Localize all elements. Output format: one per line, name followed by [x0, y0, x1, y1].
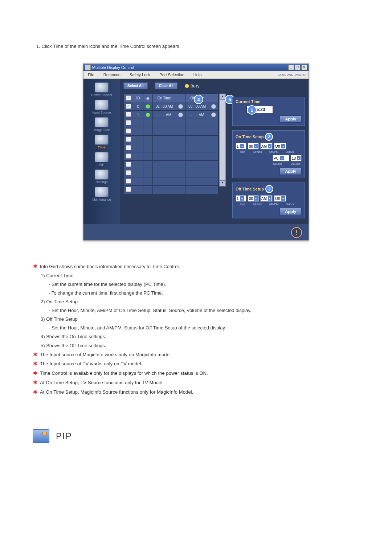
on-time-setup-panel: On Time Setup 2 1▾ 00▾ AM▾ Off▾ Hour Min… — [232, 130, 305, 178]
window-title: Multiple Display Control — [92, 65, 288, 70]
ontime-hour-select[interactable]: 1▾ — [236, 143, 246, 149]
note-line: - To change the current time, first chan… — [49, 289, 363, 297]
cell-ontime — [152, 169, 176, 177]
menu-remocon[interactable]: Remocon — [99, 71, 125, 78]
scroll-down-button[interactable]: ▼ — [220, 180, 225, 186]
select-all-button[interactable]: Select All — [123, 82, 148, 89]
note-line: - Set the current time for the selected … — [49, 280, 363, 288]
cell-offtime: -- : -- AM — [185, 111, 209, 119]
explanatory-notes: ✱Info Grid shows some basic information … — [33, 262, 363, 397]
sidebar-item-maintenance[interactable]: Maintenance — [87, 187, 116, 201]
star-icon: ✱ — [33, 388, 38, 397]
status-dot-icon — [146, 112, 150, 117]
cell-check — [124, 111, 133, 119]
pip-section-icon — [33, 429, 49, 443]
sidebar-item-power-control[interactable]: Power Control — [87, 82, 116, 97]
sidebar-item-label: PIP — [87, 163, 116, 167]
lbl-hour: Hour — [236, 150, 248, 153]
maximize-button[interactable]: □ — [295, 65, 301, 70]
cell-off-extra — [209, 144, 218, 152]
table-row[interactable] — [124, 186, 219, 194]
sidebar-item-time[interactable]: Time — [87, 135, 116, 149]
menu-file[interactable]: File — [83, 71, 99, 78]
row-checkbox[interactable] — [126, 145, 131, 150]
note-line: The Input source of TV works only on TV … — [40, 361, 142, 366]
cell-off-dot — [176, 144, 185, 152]
sidebar-item-settings[interactable]: Settings — [87, 169, 116, 184]
app-window: Multiple Display Control _ □ × File Remo… — [83, 63, 309, 241]
row-checkbox[interactable] — [126, 153, 131, 159]
note-line: At On Time Setup, TV Source functions on… — [40, 380, 164, 385]
sidebar-item-pip[interactable]: PIP — [87, 152, 116, 167]
cell-on-dot — [143, 102, 152, 111]
sidebar-item-image-size[interactable]: Image Size — [87, 117, 116, 132]
app-icon — [85, 65, 91, 70]
ontime-status-select[interactable]: Off▾ — [274, 143, 286, 149]
table-row[interactable] — [124, 127, 219, 136]
row-checkbox[interactable] — [126, 112, 131, 117]
row-checkbox[interactable] — [126, 120, 131, 125]
col-on-status-icon: ◉ — [143, 94, 152, 102]
row-checkbox[interactable] — [126, 104, 131, 109]
menu-port-selection[interactable]: Port Selection — [155, 71, 189, 78]
cell-check — [124, 119, 133, 127]
cell-off-dot — [176, 177, 185, 186]
table-row[interactable] — [124, 177, 219, 186]
header-checkbox[interactable] — [126, 95, 131, 100]
sidebar-item-input-source[interactable]: Input Source — [87, 100, 116, 114]
ontime-source-select[interactable]: PC▾ — [273, 155, 289, 161]
menu-safety-lock[interactable]: Safety Lock — [125, 71, 155, 78]
busy-indicator: Busy — [185, 84, 199, 88]
clear-all-button[interactable]: Clear All — [155, 82, 177, 89]
offtime-status-select[interactable]: Off▾ — [274, 195, 286, 202]
offtime-minute-select[interactable]: 00▾ — [248, 195, 259, 202]
row-checkbox[interactable] — [126, 162, 131, 167]
status-dot-icon — [211, 104, 216, 109]
row-checkbox[interactable] — [126, 187, 131, 192]
current-time-apply-button[interactable]: Apply — [279, 115, 302, 123]
offtime-apply-button[interactable]: Apply — [279, 208, 302, 215]
cell-off-dot — [176, 102, 185, 111]
ontime-ampm-select[interactable]: AM▾ — [260, 143, 273, 149]
row-checkbox[interactable] — [126, 137, 131, 142]
intro-text: 1. Click Time of the main icons and the … — [36, 44, 363, 49]
table-row[interactable] — [124, 144, 219, 152]
status-bar: ! — [83, 224, 309, 240]
cell-offtime — [185, 186, 209, 194]
table-row[interactable]: 1-- : -- AM-- : -- AM — [124, 111, 219, 119]
menu-help[interactable]: Help — [189, 71, 207, 78]
cell-off-extra — [209, 102, 218, 111]
cell-id — [133, 144, 143, 152]
table-row[interactable] — [124, 161, 219, 169]
close-button[interactable]: × — [301, 65, 307, 70]
table-row[interactable] — [124, 119, 219, 127]
sidebar-item-label: Maintenance — [87, 198, 116, 201]
sidebar-item-label: Power Control — [87, 93, 116, 97]
ontime-minute-select[interactable]: 00▾ — [248, 143, 259, 149]
row-checkbox[interactable] — [126, 170, 131, 175]
row-checkbox[interactable] — [126, 178, 131, 184]
cell-off-dot — [176, 119, 185, 127]
offtime-hour-select[interactable]: 1▾ — [236, 195, 246, 202]
grid-scrollbar[interactable]: ▲ ▼ — [219, 94, 226, 186]
cell-ontime — [152, 127, 176, 136]
cell-off-extra — [209, 161, 218, 169]
status-dot-icon — [178, 104, 183, 109]
table-row[interactable] — [124, 169, 219, 177]
cell-off-dot — [176, 186, 185, 194]
cell-ontime — [152, 152, 176, 161]
offtime-ampm-select[interactable]: AM▾ — [260, 195, 273, 202]
note-line: 5) Shows the Off Time settings. — [41, 342, 363, 350]
callout-badge-2: 2 — [265, 133, 273, 141]
row-checkbox[interactable] — [126, 128, 131, 134]
minimize-button[interactable]: _ — [288, 65, 294, 70]
lbl-ampm: AM/PM — [268, 202, 280, 206]
cell-offtime — [185, 119, 209, 127]
table-row[interactable] — [124, 136, 219, 144]
ontime-volume-select[interactable]: 10▾ — [291, 155, 302, 161]
scroll-up-button[interactable]: ▲ — [220, 94, 225, 100]
table-row[interactable]: 002 : 00 AM03 : 00 AM — [124, 102, 219, 111]
table-row[interactable] — [124, 152, 219, 161]
ontime-apply-button[interactable]: Apply — [279, 168, 302, 175]
off-time-setup-panel: Off Time Setup 3 1▾ 00▾ AM▾ Off▾ Hour Mi… — [232, 182, 305, 218]
